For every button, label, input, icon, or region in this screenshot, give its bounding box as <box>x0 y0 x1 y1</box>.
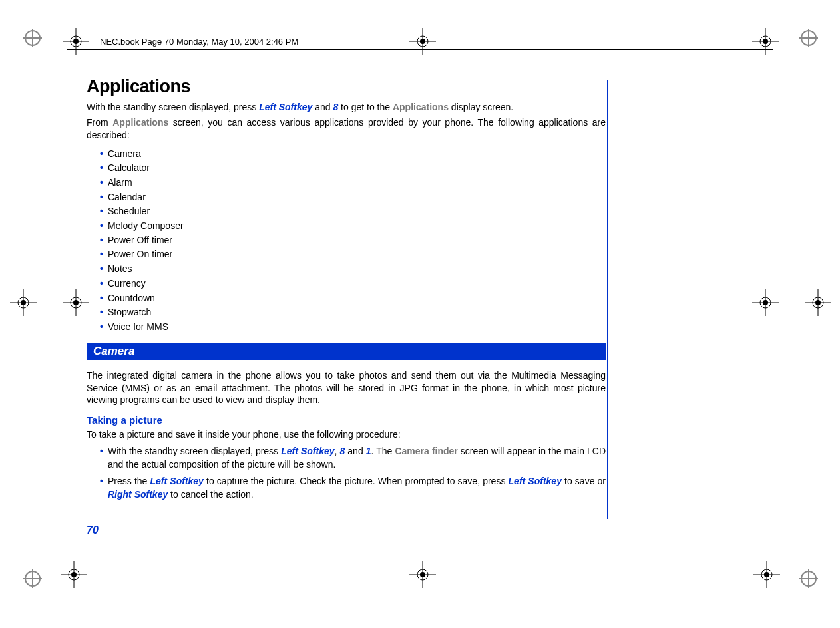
registration-mark-icon <box>753 561 780 588</box>
list-item: Alarm <box>100 176 606 190</box>
crop-mark-icon <box>799 569 818 588</box>
registration-mark-icon <box>752 28 779 55</box>
page-header: NEC.book Page 70 Monday, May 10, 2004 2:… <box>100 37 298 47</box>
registration-mark-icon <box>409 561 436 588</box>
registration-mark-icon <box>10 289 37 316</box>
list-item: Countdown <box>100 291 606 306</box>
content-area: Applications With the standby screen dis… <box>87 77 606 506</box>
list-item: Calculator <box>100 161 606 176</box>
registration-mark-icon <box>409 28 436 55</box>
list-item: Notes <box>100 262 606 277</box>
list-item: Voice for MMS <box>100 320 606 335</box>
key-reference: Left Softkey <box>509 476 562 486</box>
taking-picture-intro: To take a picture and save it inside you… <box>87 428 606 441</box>
list-item: Power On timer <box>100 247 606 262</box>
key-reference: Left Softkey <box>150 476 204 486</box>
list-item: With the standby screen displayed, press… <box>100 445 606 471</box>
list-item: Power Off timer <box>100 234 606 248</box>
crop-line <box>67 49 773 50</box>
crop-mark-icon <box>23 29 42 47</box>
registration-mark-icon <box>61 561 87 588</box>
screen-reference: Applications <box>393 102 449 112</box>
key-reference: Left Softkey <box>281 446 334 456</box>
page-number: 70 <box>87 524 99 536</box>
crop-mark-icon <box>799 29 818 47</box>
key-reference: 1 <box>366 446 371 456</box>
list-item: Scheduler <box>100 204 606 219</box>
list-item: Press the Left Softkey to capture the pi… <box>100 475 606 501</box>
registration-mark-icon <box>752 289 779 316</box>
procedure-list: With the standby screen displayed, press… <box>100 445 606 501</box>
list-item: Currency <box>100 277 606 291</box>
camera-description: The integrated digital camera in the pho… <box>87 369 606 407</box>
key-reference: Right Softkey <box>108 489 168 500</box>
screen-reference: Applications <box>112 117 168 128</box>
list-item: Camera <box>100 147 606 162</box>
crop-mark-icon <box>23 569 42 588</box>
key-reference: Left Softkey <box>259 102 312 112</box>
list-item: Calendar <box>100 190 606 205</box>
section-header-camera: Camera <box>87 343 606 360</box>
content-border <box>607 80 608 519</box>
registration-mark-icon <box>63 28 89 55</box>
intro-paragraph-1: With the standby screen displayed, press… <box>87 101 606 114</box>
list-item: Melody Composer <box>100 219 606 234</box>
list-item: Stopwatch <box>100 305 606 320</box>
registration-mark-icon <box>63 289 89 316</box>
crop-line <box>67 565 773 565</box>
intro-paragraph-2: From Applications screen, you can access… <box>87 116 606 142</box>
registration-mark-icon <box>805 289 831 316</box>
applications-list: Camera Calculator Alarm Calendar Schedul… <box>100 147 606 335</box>
sub-heading-taking-picture: Taking a picture <box>87 414 606 426</box>
page-title: Applications <box>87 77 606 97</box>
screen-reference: Camera finder <box>395 446 457 456</box>
